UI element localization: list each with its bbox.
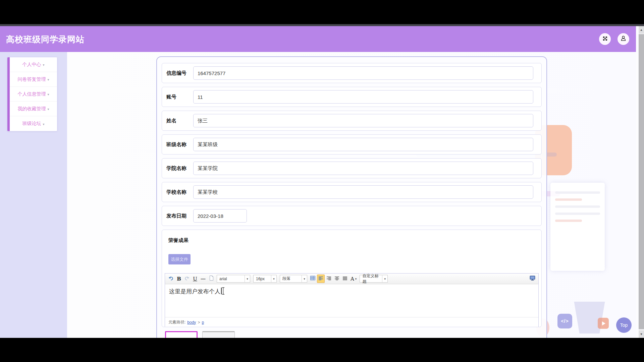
font-size-select[interactable]: 16px ▾ — [253, 275, 277, 283]
fullscreen-editor-button[interactable] — [529, 275, 536, 282]
chevron-down-icon: ▾ — [355, 277, 357, 281]
align-right-icon — [326, 276, 331, 282]
field-label: 姓名 — [166, 118, 193, 124]
font-size-value: 16px — [254, 275, 271, 282]
browser-viewport: 高校班级同学录网站 — [0, 24, 644, 338]
field-label: 信息编号 — [166, 70, 193, 76]
bold-icon: B — [177, 276, 181, 282]
content-area: </> Top 信息编号 账号 姓名 班级名称 — [67, 52, 636, 338]
field-label: 学校名称 — [166, 189, 193, 195]
chevron-down-icon: ▾ — [43, 122, 44, 126]
field-label: 账号 — [166, 94, 193, 100]
horizontal-rule-button[interactable]: — — [199, 275, 207, 283]
chevron-down-icon: ▾ — [271, 275, 276, 282]
paragraph-format-select[interactable]: 段落 ▾ — [280, 275, 307, 283]
class-name-input[interactable] — [193, 138, 533, 151]
chevron-down-icon: ▾ — [47, 93, 49, 96]
sidebar-item-my-favorites[interactable]: 我的收藏管理 ▾ — [10, 102, 57, 116]
info-id-input[interactable] — [193, 66, 533, 80]
font-family-value: arial — [217, 275, 245, 282]
path-segment-p[interactable]: p — [202, 320, 204, 325]
horizontal-rule-icon: — — [201, 276, 206, 282]
form-row-college-name: 学院名称 — [162, 158, 542, 178]
chevron-down-icon: ▾ — [47, 78, 49, 81]
new-document-button[interactable] — [207, 275, 215, 283]
chevron-down-icon: ▾ — [43, 63, 44, 67]
sidebar-item-personal-center[interactable]: 个人中心 ▾ — [10, 57, 57, 72]
fullscreen-button[interactable] — [599, 33, 611, 45]
undo-button[interactable] — [167, 275, 175, 283]
monitor-icon — [529, 276, 536, 282]
school-name-input[interactable] — [193, 185, 533, 199]
submit-button-partial[interactable] — [165, 331, 198, 338]
form-row-school-name: 学校名称 — [162, 182, 542, 202]
underline-button[interactable]: U — [191, 275, 199, 283]
align-center-icon — [334, 276, 339, 282]
form-actions — [162, 331, 542, 338]
app-header: 高校班级同学录网站 — [0, 26, 636, 52]
scroll-down-arrow-icon[interactable]: ▼ — [639, 330, 644, 338]
align-right-button[interactable] — [325, 275, 333, 283]
user-icon — [620, 35, 627, 43]
chevron-down-icon: ▾ — [302, 275, 307, 282]
path-label: 元素路径: — [168, 319, 185, 325]
sidebar-item-class-forum[interactable]: 班级论坛 ▾ — [10, 116, 57, 131]
user-account-button[interactable] — [618, 33, 629, 45]
align-center-button[interactable] — [333, 275, 341, 283]
choose-file-button[interactable]: 选择文件 — [168, 254, 191, 264]
college-name-input[interactable] — [193, 162, 533, 175]
ibeam-cursor — [221, 287, 225, 297]
fullscreen-icon — [602, 36, 608, 43]
decor-card-illustration — [550, 183, 605, 271]
redo-button[interactable] — [183, 275, 191, 283]
editor-element-path: 元素路径: body > p — [165, 317, 538, 327]
align-left-button[interactable] — [317, 275, 325, 283]
play-icon — [598, 318, 609, 329]
publish-date-input[interactable] — [193, 209, 247, 223]
sidebar-item-personal-info[interactable]: 个人信息管理 ▾ — [10, 87, 57, 102]
chevron-down-icon: ▾ — [47, 107, 49, 111]
sidebar-item-label: 我的收藏管理 — [17, 106, 46, 112]
redo-icon — [184, 276, 190, 282]
sidebar-item-questionnaire-reply[interactable]: 问卷答复管理 ▾ — [10, 72, 57, 87]
insert-table-button[interactable] — [309, 275, 317, 283]
custom-title-select[interactable]: 自定义标题 ▾ — [360, 275, 388, 283]
account-input[interactable] — [193, 90, 533, 104]
path-separator: > — [198, 320, 200, 325]
paragraph-format-value: 段落 — [280, 275, 302, 282]
back-button-partial[interactable] — [202, 331, 235, 338]
rich-text-editor: B U — [165, 273, 539, 327]
font-family-select[interactable]: arial ▾ — [217, 275, 250, 283]
editor-content[interactable]: 这里是用户发布个人 — [165, 284, 538, 317]
editor-text: 这里是用户发布个人 — [169, 288, 220, 295]
underline-icon: U — [193, 276, 197, 282]
field-label: 学院名称 — [166, 165, 193, 172]
bold-button[interactable]: B — [175, 275, 183, 283]
editor-toolbar: B U — [165, 274, 538, 284]
form-row-info-id: 信息编号 — [162, 63, 542, 83]
sidebar-item-label: 个人信息管理 — [17, 91, 46, 97]
back-to-top-button[interactable]: Top — [616, 317, 632, 333]
sidebar-menu: 个人中心 ▾ 问卷答复管理 ▾ 个人信息管理 ▾ 我的收藏管理 ▾ 班级论坛 — [7, 57, 57, 131]
letterbox-bottom — [0, 338, 644, 362]
path-segment-body[interactable]: body — [187, 320, 196, 325]
justify-icon — [342, 276, 347, 282]
scroll-up-arrow-icon[interactable]: ▲ — [639, 26, 644, 34]
field-label: 发布日期 — [166, 213, 193, 219]
font-color-icon: A — [351, 276, 354, 282]
scrollbar-thumb[interactable] — [639, 34, 644, 329]
justify-button[interactable] — [341, 275, 349, 283]
font-color-button[interactable]: A ▾ — [349, 276, 358, 282]
chevron-down-icon: ▾ — [382, 275, 387, 282]
chevron-down-icon: ▾ — [245, 275, 250, 282]
custom-title-value: 自定义标题 — [360, 275, 382, 282]
undo-icon — [168, 276, 174, 282]
name-input[interactable] — [193, 114, 533, 127]
form-row-publish-date: 发布日期 — [162, 206, 542, 226]
app-title: 高校班级同学录网站 — [6, 34, 85, 45]
table-icon — [310, 276, 316, 282]
page-scrollbar[interactable]: ▲ ▼ — [639, 26, 644, 338]
code-icon: </> — [557, 314, 572, 328]
form-row-account: 账号 — [162, 87, 542, 107]
form-row-class-name: 班级名称 — [162, 134, 542, 155]
